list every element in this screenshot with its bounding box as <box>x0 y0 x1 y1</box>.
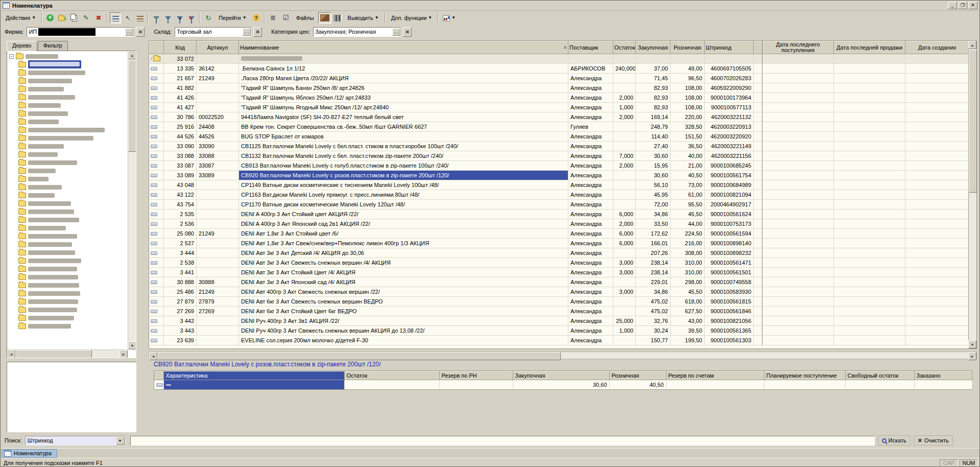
name-cell[interactable]: DENI Авт 3кг 3 Акт Детский /4/ АКЦИЯ до … <box>239 248 568 258</box>
barcode-cell[interactable]: 4600697105505 <box>705 64 754 74</box>
supplier-cell[interactable]: Александра <box>568 229 613 239</box>
row-icon-cell[interactable] <box>150 74 164 83</box>
last-receipt-cell[interactable] <box>762 277 834 287</box>
article-cell[interactable] <box>197 54 239 64</box>
table-row[interactable]: 43 122СР1163 Ват.диски Maneki Lovely пря… <box>150 190 969 200</box>
column-header-barcode[interactable]: Штрихкод <box>705 41 754 54</box>
filter-by-value-button[interactable] <box>162 12 174 24</box>
name-cell[interactable]: "Гадкий Я" Шампунь Яблоко 250мл /12/ арт… <box>239 93 568 103</box>
retail-cell[interactable]: 95,50 <box>671 200 705 209</box>
purchase-cell[interactable]: 82,93 <box>636 83 671 93</box>
purchase-cell[interactable]: 34,86 <box>636 209 671 219</box>
created-cell[interactable] <box>905 122 969 132</box>
last-receipt-cell[interactable] <box>762 83 834 93</box>
row-icon-cell[interactable]: ↑ <box>150 54 164 64</box>
code-cell[interactable]: 43 754 <box>164 200 197 209</box>
name-cell[interactable]: DENI Авт 3кг 3 Акт Стойкий Цвет /4/ АКЦИ… <box>239 268 568 277</box>
last-sale-cell[interactable] <box>834 142 905 151</box>
last-sale-cell[interactable] <box>834 74 905 83</box>
report-chart-button[interactable]: ▼ <box>441 12 458 24</box>
retail-cell[interactable]: 216,00 <box>671 239 705 248</box>
gap-cell[interactable] <box>754 239 762 248</box>
created-cell[interactable] <box>905 132 969 142</box>
barcode-button[interactable] <box>332 12 344 24</box>
purchase-cell[interactable]: 33,50 <box>636 219 671 229</box>
stock-cell[interactable] <box>613 336 636 345</box>
purchase-cell[interactable]: 238,14 <box>636 258 671 268</box>
stock-cell[interactable]: 2,000 <box>613 161 636 171</box>
name-cell[interactable]: BUG STOP Браслет от комаров <box>239 132 568 142</box>
article-cell[interactable] <box>197 93 239 103</box>
table-row[interactable]: 30 7860002252094418Лампа Navigator (SF) … <box>150 112 969 122</box>
code-cell[interactable]: 13 335 <box>164 64 197 74</box>
supplier-cell[interactable]: Александра <box>568 326 613 336</box>
char-header-reserve-acc[interactable]: Резерв по счетам <box>666 371 764 380</box>
name-cell[interactable]: DENI Авт 1,8кг 3 Акт Свеж/снеж/вер+Пемол… <box>239 239 568 248</box>
free-cell[interactable] <box>845 380 914 389</box>
tree-item[interactable] <box>9 199 128 207</box>
last-receipt-cell[interactable] <box>762 93 834 103</box>
created-cell[interactable] <box>905 190 969 200</box>
last-sale-cell[interactable] <box>834 171 905 180</box>
retail-cell[interactable]: 618,00 <box>671 297 705 307</box>
tree-item[interactable] <box>9 248 128 256</box>
created-cell[interactable] <box>905 268 969 277</box>
name-cell[interactable]: DENI A 400гр 3 Акт Стойкий цвет АКЦИЯ /2… <box>239 209 568 219</box>
barcode-cell[interactable]: 9000100898232 <box>705 248 754 258</box>
gap-cell[interactable] <box>754 326 762 336</box>
last-sale-cell[interactable] <box>834 180 905 190</box>
barcode-cell[interactable]: 4620003221156 <box>705 151 754 161</box>
stock-cell[interactable] <box>613 190 636 200</box>
column-header-created[interactable]: Дата создания <box>905 41 969 54</box>
table-row[interactable]: 41 882"Гадкий Я" Шампунь Банан 250мл /8/… <box>150 83 969 93</box>
search-input[interactable] <box>130 436 875 446</box>
stock-cell[interactable]: 2,000 <box>613 112 636 122</box>
firm-field[interactable]: ИП ... <box>27 27 134 37</box>
supplier-cell[interactable]: Александра <box>568 258 613 268</box>
name-cell[interactable]: .Белизна Саянск 1л 1/12 <box>239 64 568 74</box>
row-icon-cell[interactable] <box>150 277 164 287</box>
row-icon-cell[interactable] <box>150 316 164 326</box>
gap-cell[interactable] <box>754 336 762 345</box>
row-icon-cell[interactable] <box>150 93 164 103</box>
column-header-retail[interactable]: Розничная <box>671 41 705 54</box>
barcode-cell[interactable]: 9000100821056 <box>705 316 754 326</box>
purchase-cell[interactable]: 229,01 <box>636 277 671 287</box>
gap-cell[interactable] <box>754 190 762 200</box>
article-cell[interactable]: 00022520 <box>197 112 239 122</box>
barcode-cell[interactable]: 9000100561754 <box>705 171 754 180</box>
tree-item[interactable] <box>9 281 128 289</box>
stock-cell[interactable]: 7,000 <box>613 151 636 161</box>
article-cell[interactable]: 33089 <box>197 171 239 180</box>
code-cell[interactable]: 21 657 <box>164 74 197 83</box>
purchase-cell[interactable]: 172,62 <box>636 229 671 239</box>
supplier-cell[interactable]: Александра <box>568 161 613 171</box>
name-cell[interactable]: СР1170 Ватные диски косметические Maneki… <box>239 200 568 209</box>
char-header-ordered[interactable]: Заказано <box>914 371 972 380</box>
last-sale-cell[interactable] <box>834 112 905 122</box>
last-receipt-cell[interactable] <box>762 74 834 83</box>
article-cell[interactable] <box>197 103 239 112</box>
barcode-cell[interactable]: 4620003221149 <box>705 142 754 151</box>
search-clear-button[interactable]: ✕Очистить <box>914 435 953 446</box>
row-icon-cell[interactable] <box>150 161 164 171</box>
row-icon-cell[interactable] <box>150 258 164 268</box>
scroll-right-icon[interactable]: ► <box>968 352 976 360</box>
last-receipt-cell[interactable] <box>762 54 834 64</box>
last-sale-cell[interactable] <box>834 93 905 103</box>
last-sale-cell[interactable] <box>834 229 905 239</box>
stock-cell[interactable] <box>613 171 636 180</box>
column-header-last-receipt[interactable]: Дата последнего поступления <box>762 41 834 54</box>
row-icon-cell[interactable] <box>150 64 164 74</box>
table-row[interactable]: 27 26927269DENI Авт 6кг 3 Акт Стойкий Цв… <box>150 307 969 316</box>
table-row[interactable]: 2 536DENI A 400гр 3 Акт Японский сад 2в1… <box>150 219 969 229</box>
barcode-cell[interactable]: 9000100561501 <box>705 268 754 277</box>
created-cell[interactable] <box>905 142 969 151</box>
row-icon-cell[interactable] <box>150 112 164 122</box>
code-cell[interactable]: 27 269 <box>164 307 197 316</box>
stock-cell[interactable] <box>344 380 439 389</box>
list-settings-button[interactable]: ≣ <box>267 12 279 24</box>
hierarchy-view-button[interactable] <box>110 12 121 24</box>
row-icon-cell[interactable] <box>150 103 164 112</box>
column-header-stock[interactable]: Остаток <box>613 41 636 54</box>
